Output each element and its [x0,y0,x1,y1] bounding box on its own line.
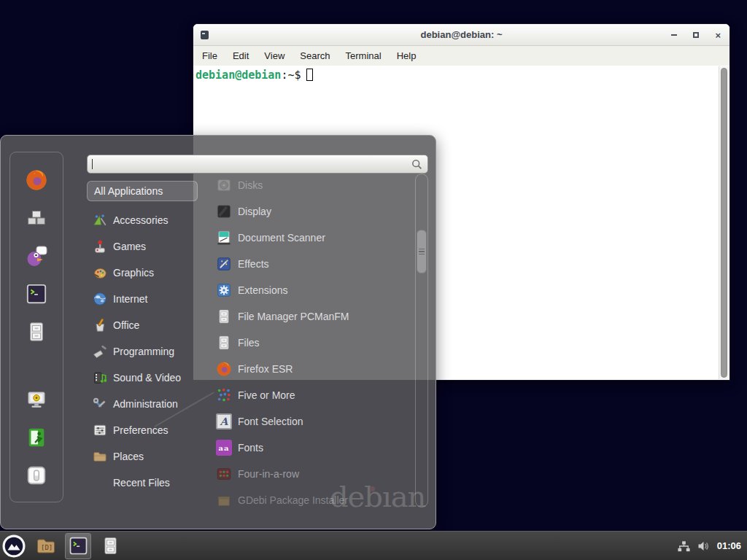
file-cabinet-icon[interactable] [25,320,48,343]
app-label: Document Scanner [238,232,325,244]
app-label: Disks [238,179,263,191]
app-label: Extensions [238,284,287,296]
disks-icon [216,177,232,193]
category-internet[interactable]: Internet [87,286,198,312]
search-input[interactable] [93,155,411,173]
clock: 01:06 [717,540,741,551]
taskbar: [D] 01:06 [0,531,747,560]
menu-terminal[interactable]: Terminal [346,50,382,61]
extensions-icon [216,282,232,298]
app-four-in-a-row[interactable]: Four-in-a-row [206,461,411,487]
office-icon [93,318,107,332]
category-label: Graphics [113,267,154,279]
category-label: Games [113,241,146,252]
category-label: Administration [113,398,178,410]
category-sound-video[interactable]: Sound & Video [87,365,198,391]
terminal-cursor [306,69,313,81]
app-firefox-esr[interactable]: Firefox ESR [206,356,411,382]
menu-edit[interactable]: Edit [233,50,249,61]
font-selection-icon: A [216,413,232,429]
category-label: All Applications [94,185,163,197]
taskbar-file-manager-launcher[interactable]: [D] [33,533,59,559]
maximize-button[interactable] [693,32,699,38]
category-label: Recent Files [113,477,170,489]
category-programming[interactable]: Programming [87,338,198,365]
app-label: Effects [238,258,269,270]
app-gdebi-package-installer[interactable]: GDebi Package Installer [206,487,411,508]
lock-screen-icon[interactable] [25,388,48,411]
app-extensions[interactable]: Extensions [206,277,411,303]
app-fonts[interactable]: aa Fonts [206,435,411,461]
window-controls: × [671,24,721,46]
taskbar-terminal-window-button[interactable] [65,533,91,559]
category-recent-files[interactable]: Recent Files [87,470,198,496]
menu-favorites-sidebar [9,152,63,502]
five-or-more-icon [216,387,232,403]
firefox-icon[interactable] [25,168,48,192]
menu-help[interactable]: Help [397,50,417,61]
category-games[interactable]: Games [87,233,198,260]
category-label: Office [113,319,139,331]
menu-scrollbar-thumb[interactable] [417,230,427,273]
category-accessories[interactable]: Accessories [87,207,198,233]
menu-search-box[interactable] [87,155,428,174]
category-label: Places [113,451,144,462]
document-scanner-icon [216,230,232,246]
minimize-button[interactable] [671,34,677,36]
volume-icon[interactable] [697,540,711,552]
shutdown-icon[interactable] [25,464,48,487]
app-file-manager-pcmanfm[interactable]: File Manager PCManFM [206,303,411,330]
category-label: Accessories [113,214,168,226]
category-administration[interactable]: Administration [87,391,198,417]
category-label: Preferences [113,424,168,436]
prompt-path: :~$ [281,69,301,82]
accessories-icon [93,213,107,228]
app-effects[interactable]: Effects [206,251,411,277]
app-label: Fonts [238,442,263,454]
app-display[interactable]: Display [206,198,411,225]
terminal-scrollbar[interactable] [719,66,729,379]
network-icon[interactable] [677,540,691,552]
app-disks[interactable]: Disks [206,172,411,198]
administration-icon [93,397,107,411]
svg-text:[D]: [D] [41,544,53,551]
desktop: debıan debian@debian: ~ × File Edit View… [0,0,747,560]
menu-file[interactable]: File [202,50,217,61]
app-files[interactable]: Files [206,330,411,356]
terminal-icon [69,536,88,556]
terminal-app-icon[interactable] [25,282,48,306]
menu-view[interactable]: View [264,50,285,61]
folder-icon [93,449,107,464]
terminal-window-title: debian@debian: ~ [193,29,729,40]
close-button[interactable]: × [715,31,721,40]
system-tray: 01:06 [677,540,747,552]
category-graphics[interactable]: Graphics [87,260,198,286]
app-label: Four-in-a-row [238,468,299,480]
app-document-scanner[interactable]: Document Scanner [206,225,411,251]
app-label: Files [238,337,260,349]
fonts-icon: aa [216,440,232,456]
menu-scrollbar[interactable] [415,174,428,508]
preferences-icon [93,423,107,438]
graphics-icon [93,265,107,280]
terminal-titlebar[interactable]: debian@debian: ~ × [193,24,729,46]
menu-search[interactable]: Search [300,50,330,61]
taskbar-files-launcher[interactable] [97,533,123,559]
package-manager-icon[interactable] [25,206,48,230]
internet-globe-icon [93,292,107,306]
category-preferences[interactable]: Preferences [87,417,198,443]
application-list: Disks Display Document Scanner Effects E… [206,172,411,508]
terminal-scrollbar-thumb[interactable] [721,68,727,378]
mountain-logo-icon [1,534,26,559]
category-office[interactable]: Office [87,312,198,338]
start-menu-button[interactable] [1,533,27,559]
app-label: Display [238,206,271,217]
file-cabinet-icon [101,536,120,556]
category-all-applications[interactable]: All Applications [87,181,198,201]
logout-icon[interactable] [25,426,48,449]
app-label: Firefox ESR [238,363,293,375]
app-five-or-more[interactable]: Five or More [206,382,411,408]
pidgin-icon[interactable] [25,244,48,268]
app-font-selection[interactable]: A Font Selection [206,408,411,435]
category-places[interactable]: Places [87,443,198,470]
